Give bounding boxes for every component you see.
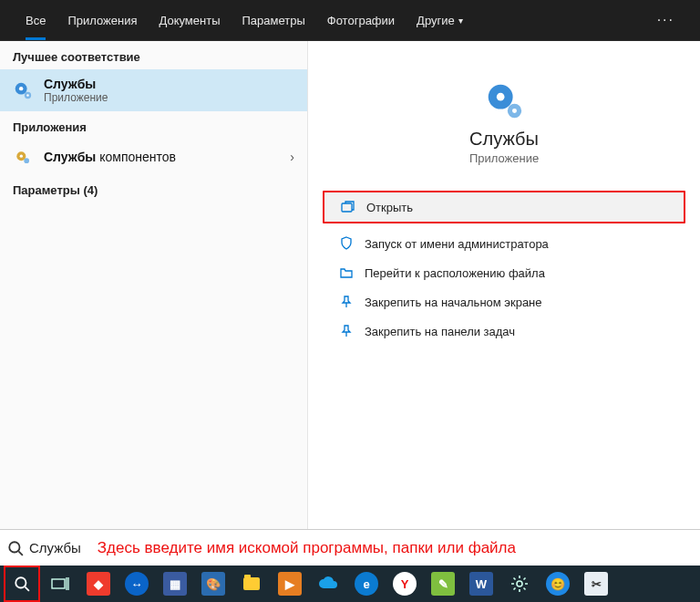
settings-header: Параметры (4) xyxy=(0,174,307,202)
taskbar-search-button[interactable] xyxy=(4,566,40,602)
action-label: Запуск от имени администратора xyxy=(365,237,549,251)
svg-point-5 xyxy=(20,155,23,158)
filter-tabs: Все Приложения Документы Параметры Фотог… xyxy=(0,0,700,40)
result-title-rest: компонентов xyxy=(96,150,176,164)
gear-icon xyxy=(13,147,33,167)
taskbar-app-paint[interactable]: 🎨 xyxy=(195,566,232,602)
taskbar-app-snip[interactable]: ✂ xyxy=(578,566,614,602)
taskbar-app-teamviewer[interactable]: ↔ xyxy=(118,566,155,602)
tab-all[interactable]: Все xyxy=(15,0,57,40)
tab-apps[interactable]: Приложения xyxy=(57,0,148,40)
results-list: Лучшее соответствие Службы Приложение Пр… xyxy=(0,41,308,529)
search-hint-annotation: Здесь введите имя искомой программы, пап… xyxy=(98,539,516,557)
preview-title: Службы xyxy=(317,129,691,150)
action-run-as-admin[interactable]: Запуск от имени администратора xyxy=(323,229,685,258)
preview-subtitle: Приложение xyxy=(317,151,691,165)
preview-pane: Службы Приложение Открыть Запуск от имен… xyxy=(308,41,700,529)
tab-more-label: Другие xyxy=(417,14,455,27)
chevron-right-icon: › xyxy=(290,150,294,164)
svg-point-13 xyxy=(15,577,26,587)
action-open[interactable]: Открыть xyxy=(323,191,685,223)
taskbar-app-calculator[interactable]: ▦ xyxy=(157,566,193,602)
svg-point-10 xyxy=(512,109,517,113)
action-open-file-location[interactable]: Перейти к расположению файла xyxy=(323,258,685,287)
result-title: Службы компонентов xyxy=(44,150,176,164)
tab-settings[interactable]: Параметры xyxy=(231,0,315,40)
taskbar-app-edge[interactable]: e xyxy=(348,566,385,602)
svg-point-6 xyxy=(24,158,29,163)
action-pin-start[interactable]: Закрепить на начальном экране xyxy=(323,287,685,317)
tab-more[interactable]: Другие ▾ xyxy=(406,0,474,40)
taskbar-app-explorer[interactable] xyxy=(233,566,270,602)
search-query-text: Службы xyxy=(29,540,81,555)
result-component-services[interactable]: Службы компонентов › xyxy=(0,140,307,174)
action-label: Перейти к расположению файла xyxy=(365,266,545,280)
result-title: Службы xyxy=(44,77,108,91)
svg-point-15 xyxy=(517,581,522,586)
open-icon xyxy=(341,200,355,214)
taskbar-app-settings[interactable] xyxy=(501,566,538,602)
shield-icon xyxy=(339,236,354,251)
taskbar-app-notepad[interactable]: ✎ xyxy=(425,566,461,602)
svg-rect-11 xyxy=(342,203,352,212)
svg-rect-14 xyxy=(52,579,65,588)
folder-location-icon xyxy=(339,265,354,280)
preview-gear-icon xyxy=(483,79,525,121)
tab-photos[interactable]: Фотографии xyxy=(316,0,406,40)
result-title-bold: Службы xyxy=(44,150,96,164)
svg-point-3 xyxy=(26,94,28,96)
actions-list: Открыть Запуск от имени администратора П… xyxy=(317,191,691,346)
chevron-down-icon: ▾ xyxy=(458,16,463,26)
svg-point-1 xyxy=(19,87,23,90)
action-label: Закрепить на начальном экране xyxy=(365,296,542,309)
action-label: Закрепить на панели задач xyxy=(365,325,515,338)
action-pin-taskbar[interactable]: Закрепить на панели задач xyxy=(323,317,685,346)
taskbar-task-view-button[interactable] xyxy=(42,566,78,602)
pin-icon xyxy=(339,324,354,338)
more-options-button[interactable]: ··· xyxy=(646,12,685,28)
gear-icon xyxy=(13,80,33,100)
taskbar-app-anydesk[interactable]: ◆ xyxy=(80,566,117,602)
search-results-panel: Лучшее соответствие Службы Приложение Пр… xyxy=(0,40,700,529)
result-services[interactable]: Службы Приложение xyxy=(0,69,307,111)
taskbar-app-video[interactable]: ▶ xyxy=(272,566,308,602)
taskbar-app-cloud[interactable] xyxy=(310,566,346,602)
apps-header: Приложения xyxy=(0,111,307,140)
search-icon xyxy=(7,540,24,556)
taskbar-app-yandex[interactable]: Y xyxy=(386,566,423,602)
pin-icon xyxy=(339,295,354,309)
action-label: Открыть xyxy=(366,201,413,214)
folder-icon xyxy=(243,577,260,590)
taskbar-app-assist[interactable]: 😊 xyxy=(540,566,576,602)
search-bar[interactable]: Службы Здесь введите имя искомой програм… xyxy=(0,529,700,566)
result-subtitle: Приложение xyxy=(44,91,108,104)
best-match-header: Лучшее соответствие xyxy=(0,41,307,69)
svg-point-8 xyxy=(497,93,505,101)
svg-point-12 xyxy=(9,542,19,552)
taskbar: ◆ ↔ ▦ 🎨 ▶ e Y ✎ W 😊 ✂ xyxy=(0,566,700,602)
taskbar-app-word[interactable]: W xyxy=(463,566,499,602)
tab-documents[interactable]: Документы xyxy=(148,0,231,40)
